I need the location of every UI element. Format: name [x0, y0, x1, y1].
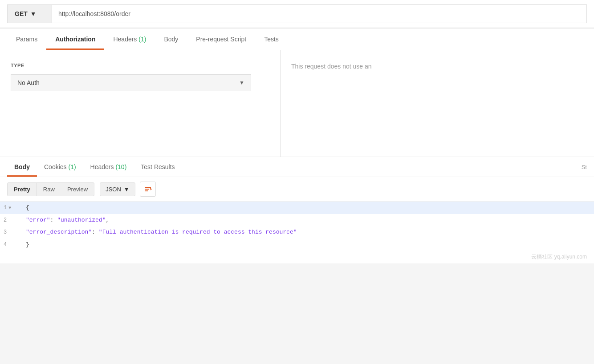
method-select[interactable]: GET ▼	[7, 4, 52, 23]
json-label: JSON	[106, 186, 121, 193]
preview-button[interactable]: Preview	[61, 183, 94, 196]
response-tab-testresults[interactable]: Test Results	[134, 157, 182, 177]
code-content-1: {	[22, 202, 33, 214]
tab-body[interactable]: Body	[155, 28, 187, 50]
code-content-4: }	[22, 239, 33, 251]
tab-params[interactable]: Params	[7, 28, 46, 50]
code-line-4: 4 }	[0, 239, 594, 251]
format-group: Pretty Raw Preview	[7, 182, 94, 196]
tab-headers[interactable]: Headers (1)	[104, 28, 155, 50]
auth-type-selected: No Auth	[17, 79, 40, 86]
code-line-3: 3 "error_description": "Full authenticat…	[0, 226, 594, 239]
format-toolbar: Pretty Raw Preview JSON ▼	[0, 177, 594, 202]
pretty-button[interactable]: Pretty	[8, 183, 37, 196]
auth-panel: TYPE No Auth ▼ This request does not use…	[0, 50, 594, 157]
response-tab-headers[interactable]: Headers (10)	[83, 157, 134, 177]
auth-info-text: This request does not use an	[291, 63, 372, 70]
auth-left: TYPE No Auth ▼	[0, 50, 281, 157]
tab-tests[interactable]: Tests	[255, 28, 288, 50]
url-input[interactable]	[52, 4, 587, 23]
status-label: St	[582, 158, 587, 177]
url-bar: GET ▼	[0, 0, 594, 28]
code-block: 1 ▼ { 2 "error": "unauthorized", 3 "erro…	[0, 202, 594, 251]
code-content-3: "error_description": "Full authenticatio…	[22, 226, 301, 238]
response-tab-body[interactable]: Body	[7, 157, 37, 177]
code-line-1: 1 ▼ {	[0, 202, 594, 214]
wrap-button[interactable]	[140, 182, 156, 197]
line-num-1: 1 ▼	[0, 202, 22, 214]
json-dropdown-arrow: ▼	[124, 186, 130, 193]
line-num-4: 4	[0, 239, 22, 251]
method-dropdown-arrow: ▼	[30, 10, 37, 17]
wrap-icon	[144, 185, 152, 193]
auth-right: This request does not use an	[281, 50, 594, 157]
request-tabs: Params Authorization Headers (1) Body Pr…	[0, 28, 594, 50]
response-tab-cookies[interactable]: Cookies (1)	[37, 157, 83, 177]
line-num-2: 2	[0, 215, 22, 226]
raw-button[interactable]: Raw	[37, 183, 61, 196]
auth-dropdown-arrow: ▼	[239, 80, 244, 86]
line-num-3: 3	[0, 227, 22, 239]
code-line-2: 2 "error": "unauthorized",	[0, 214, 594, 226]
auth-type-dropdown[interactable]: No Auth ▼	[11, 74, 251, 91]
json-format-select[interactable]: JSON ▼	[100, 182, 135, 196]
type-label: TYPE	[11, 63, 269, 68]
fold-arrow-1[interactable]: ▼	[8, 204, 11, 212]
response-tabs: Body Cookies (1) Headers (10) Test Resul…	[0, 157, 594, 177]
code-content-2: "error": "unauthorized",	[22, 214, 113, 226]
tab-authorization[interactable]: Authorization	[46, 28, 104, 50]
tab-prerequest[interactable]: Pre-request Script	[187, 28, 255, 50]
watermark: 云栖社区 yq.aliyun.com	[0, 251, 594, 263]
method-label: GET	[15, 10, 28, 17]
